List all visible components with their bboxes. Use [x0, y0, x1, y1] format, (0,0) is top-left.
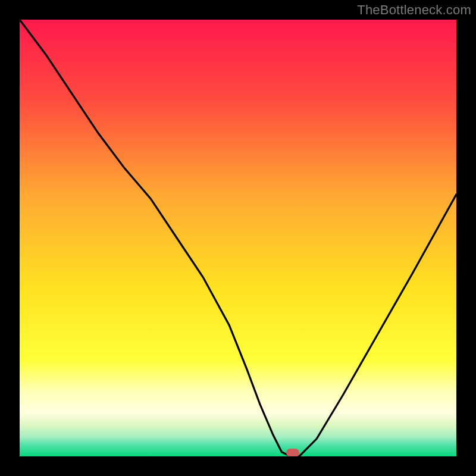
plot-area [20, 20, 456, 456]
chart-frame: TheBottleneck.com [0, 0, 476, 476]
bottleneck-curve [20, 20, 456, 456]
optimal-point-marker [286, 449, 299, 456]
watermark-text: TheBottleneck.com [357, 2, 471, 18]
